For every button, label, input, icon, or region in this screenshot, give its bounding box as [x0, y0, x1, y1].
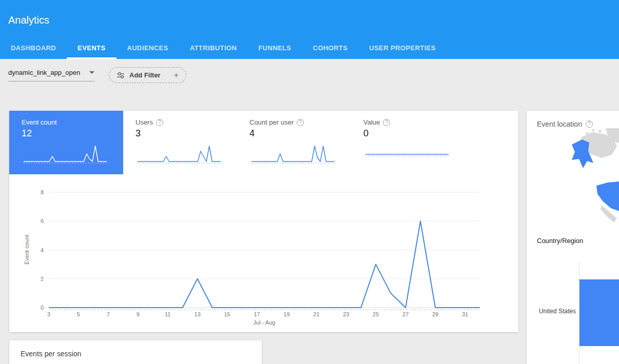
tab-audiences[interactable]: AUDIENCES: [117, 37, 179, 59]
metric-label: Count per user: [249, 118, 294, 126]
country-bar-united-states[interactable]: [579, 279, 619, 346]
svg-text:23: 23: [343, 311, 349, 317]
filter-icon: [117, 71, 125, 79]
event-selector-dropdown[interactable]: dynamic_link_app_open: [8, 69, 94, 82]
metric-sparkline: [22, 142, 109, 166]
metric-tab-value[interactable]: Value ? 0: [351, 111, 465, 174]
event-location-title: Event location: [537, 120, 582, 128]
help-icon[interactable]: ?: [297, 119, 304, 126]
add-filter-button[interactable]: Add Filter +: [109, 67, 186, 83]
svg-text:0: 0: [41, 305, 44, 311]
svg-text:7: 7: [107, 311, 110, 317]
tab-events[interactable]: EVENTS: [67, 37, 116, 59]
svg-text:29: 29: [432, 311, 438, 317]
metric-label: Users: [136, 118, 153, 126]
svg-text:17: 17: [254, 311, 260, 317]
country-region-header: Country/Region: [537, 237, 583, 245]
svg-text:6: 6: [41, 218, 44, 224]
app-header: Analytics DASHBOARD EVENTS AUDIENCES ATT…: [0, 0, 619, 59]
svg-text:5: 5: [77, 311, 80, 317]
svg-text:Jul - Aug: Jul - Aug: [254, 319, 276, 326]
metric-label: Event count: [22, 118, 57, 126]
metric-value: 3: [136, 128, 237, 139]
svg-text:25: 25: [373, 311, 379, 317]
dropdown-arrow-icon: [89, 71, 94, 74]
metric-value: 4: [249, 128, 351, 139]
country-row-label: United States: [527, 308, 576, 315]
nav-tabs: DASHBOARD EVENTS AUDIENCES ATTRIBUTION F…: [0, 37, 447, 59]
metric-sparkline: [363, 142, 451, 166]
svg-text:19: 19: [283, 311, 289, 317]
tab-dashboard[interactable]: DASHBOARD: [0, 37, 67, 59]
svg-text:8: 8: [41, 189, 44, 195]
metric-tab-event-count[interactable]: Event count 12: [9, 111, 123, 174]
svg-text:11: 11: [165, 311, 170, 317]
svg-text:4: 4: [41, 247, 44, 253]
metric-tabs: Event count 12 Users ? 3 Count per user …: [9, 111, 465, 174]
svg-text:15: 15: [224, 311, 230, 317]
help-icon[interactable]: ?: [383, 119, 390, 126]
svg-text:3: 3: [47, 311, 50, 317]
event-location-card: Event location ? Country/Region United S…: [527, 111, 619, 364]
help-icon[interactable]: ?: [586, 120, 593, 128]
svg-text:13: 13: [195, 311, 201, 317]
tab-funnels[interactable]: FUNNELS: [247, 37, 302, 59]
tab-user-properties[interactable]: USER PROPERTIES: [358, 37, 447, 59]
metric-sparkline: [249, 142, 337, 166]
metric-value: 12: [22, 128, 123, 139]
svg-text:21: 21: [313, 311, 319, 317]
world-map[interactable]: [556, 128, 619, 238]
svg-text:27: 27: [402, 311, 409, 317]
event-selector-value: dynamic_link_app_open: [8, 69, 80, 76]
help-icon[interactable]: ?: [156, 119, 163, 126]
events-chart-card: Event count 12 Users ? 3 Count per user …: [9, 111, 518, 332]
events-per-session-card: Events per session: [9, 340, 262, 364]
add-icon: +: [174, 71, 179, 80]
metric-value: 0: [363, 128, 465, 139]
events-per-session-title: Events per session: [21, 350, 81, 358]
svg-text:9: 9: [137, 311, 140, 317]
metric-tab-users[interactable]: Users ? 3: [123, 111, 237, 174]
metric-sparkline: [136, 142, 223, 166]
metric-label: Value: [363, 118, 380, 126]
metric-tab-count-per-user[interactable]: Count per user ? 4: [237, 111, 351, 174]
svg-text:2: 2: [41, 276, 44, 282]
page-title: Analytics: [8, 14, 49, 26]
map-region-united-states: [596, 181, 619, 212]
event-count-line-chart: 0246835791113151719212325272931Jul - Aug: [25, 188, 497, 329]
tab-cohorts[interactable]: COHORTS: [302, 37, 358, 59]
add-filter-label: Add Filter: [129, 71, 161, 79]
svg-text:31: 31: [462, 311, 468, 317]
tab-attribution[interactable]: ATTRIBUTION: [179, 37, 248, 59]
